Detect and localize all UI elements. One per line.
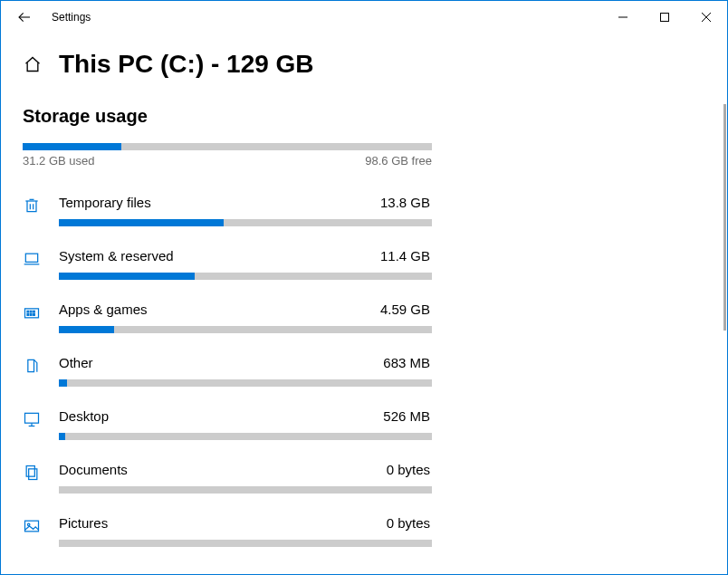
category-body: Pictures0 bytes	[59, 515, 432, 547]
category-item[interactable]: Desktop526 MB	[23, 399, 432, 453]
svg-rect-12	[27, 314, 29, 316]
category-item[interactable]: System & reserved11.4 GB	[23, 239, 432, 292]
overall-bar	[23, 143, 432, 150]
category-label: System & reserved	[59, 248, 174, 264]
category-item[interactable]: Pictures0 bytes	[23, 506, 432, 560]
category-bar	[59, 219, 432, 226]
svg-rect-19	[29, 469, 37, 480]
category-bar-fill	[59, 273, 195, 280]
svg-point-21	[27, 523, 30, 526]
category-item[interactable]: Other683 MB	[23, 346, 432, 399]
category-item[interactable]: Apps & games4.59 GB	[23, 292, 432, 346]
svg-rect-8	[25, 309, 39, 318]
category-body: Temporary files13.8 GB	[59, 195, 432, 226]
category-bar	[59, 379, 432, 387]
folder-icon	[23, 355, 59, 387]
document-icon	[23, 462, 59, 494]
window-controls	[602, 3, 727, 32]
category-body: System & reserved11.4 GB	[59, 248, 432, 280]
page-title: This PC (C:) - 129 GB	[59, 50, 314, 79]
picture-icon	[23, 515, 59, 547]
content-area: This PC (C:) - 129 GB Storage usage 31.2…	[1, 34, 727, 574]
category-label: Documents	[59, 462, 128, 477]
category-label: Other	[59, 355, 93, 370]
category-bar	[59, 433, 432, 440]
maximize-button[interactable]	[644, 3, 685, 32]
category-label: Temporary files	[59, 195, 151, 210]
category-bar-fill	[59, 219, 224, 226]
svg-rect-14	[34, 314, 35, 316]
category-size: 4.59 GB	[380, 302, 430, 317]
category-body: Desktop526 MB	[59, 408, 432, 440]
svg-rect-7	[25, 254, 37, 262]
category-bar	[59, 540, 432, 547]
svg-rect-10	[30, 311, 32, 312]
trash-icon	[23, 195, 59, 226]
category-bar-fill	[59, 326, 114, 333]
category-label: Desktop	[59, 408, 109, 424]
laptop-icon	[23, 248, 59, 280]
category-body: Documents0 bytes	[59, 462, 432, 494]
category-size: 0 bytes	[387, 462, 430, 477]
svg-rect-15	[25, 413, 39, 423]
svg-rect-20	[25, 521, 39, 532]
header-row: This PC (C:) - 129 GB	[23, 50, 727, 79]
free-label: 98.6 GB free	[365, 154, 432, 168]
svg-rect-13	[30, 314, 32, 316]
category-size: 11.4 GB	[380, 248, 430, 264]
category-body: Apps & games4.59 GB	[59, 302, 432, 333]
category-size: 683 MB	[383, 355, 430, 370]
category-bar	[59, 326, 432, 333]
category-label: Pictures	[59, 515, 108, 531]
category-size: 526 MB	[383, 408, 430, 424]
category-list: Temporary files13.8 GBSystem & reserved1…	[23, 186, 432, 560]
minimize-button[interactable]	[602, 3, 644, 32]
category-bar	[59, 273, 432, 280]
category-size: 13.8 GB	[380, 195, 430, 210]
monitor-icon	[23, 408, 59, 440]
used-label: 31.2 GB used	[23, 154, 95, 168]
apps-icon	[23, 302, 59, 333]
svg-rect-9	[27, 311, 29, 312]
category-item[interactable]: Temporary files13.8 GB	[23, 186, 432, 239]
title-bar: Settings	[1, 1, 727, 34]
category-size: 0 bytes	[387, 515, 430, 531]
close-button[interactable]	[685, 3, 727, 32]
home-icon[interactable]	[23, 54, 43, 74]
svg-rect-11	[34, 311, 35, 312]
svg-rect-18	[26, 466, 34, 477]
back-button[interactable]	[8, 1, 41, 34]
category-item[interactable]: Documents0 bytes	[23, 453, 432, 506]
window-title: Settings	[41, 11, 91, 24]
category-bar	[59, 486, 432, 494]
category-label: Apps & games	[59, 302, 148, 317]
overall-usage: 31.2 GB used 98.6 GB free	[23, 143, 432, 168]
scrollbar[interactable]	[723, 104, 726, 331]
category-body: Other683 MB	[59, 355, 432, 387]
category-bar-fill	[59, 379, 67, 387]
overall-bar-fill	[23, 143, 121, 150]
category-bar-fill	[59, 433, 65, 440]
section-title: Storage usage	[23, 106, 727, 127]
svg-rect-2	[661, 14, 669, 22]
